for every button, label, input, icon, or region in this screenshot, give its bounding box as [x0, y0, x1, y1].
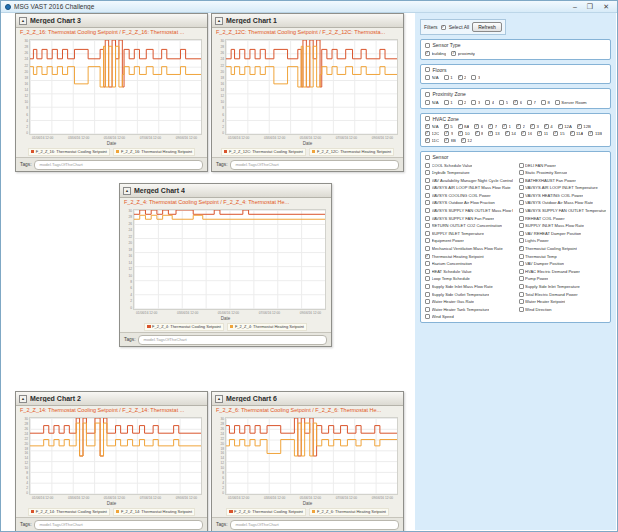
option-checkbox[interactable]	[558, 124, 563, 129]
option-checkbox[interactable]	[519, 200, 524, 205]
filter-option[interactable]: 5	[444, 124, 453, 129]
option-checkbox[interactable]	[444, 131, 449, 136]
filter-option[interactable]: Drybulb Temperature	[425, 170, 513, 175]
collapse-button[interactable]: ▲	[123, 187, 131, 195]
filter-option[interactable]: 5	[499, 100, 508, 105]
option-checkbox[interactable]	[570, 131, 575, 136]
option-checkbox[interactable]	[537, 131, 542, 136]
option-checkbox[interactable]	[519, 254, 524, 259]
filter-option[interactable]: 7	[527, 100, 536, 105]
filter-option[interactable]: 13	[488, 131, 499, 136]
option-checkbox[interactable]	[471, 75, 476, 80]
collapse-button[interactable]: ▲	[19, 395, 27, 403]
option-checkbox[interactable]	[425, 284, 430, 289]
option-checkbox[interactable]	[425, 185, 430, 190]
option-checkbox[interactable]	[425, 238, 430, 243]
filter-option[interactable]: 12C	[425, 131, 439, 136]
option-checkbox[interactable]	[519, 299, 524, 304]
filter-option[interactable]: 12A	[558, 124, 572, 129]
filter-option[interactable]: Wind Speed	[425, 314, 513, 319]
option-checkbox[interactable]	[544, 124, 549, 129]
filter-option[interactable]: 9	[444, 131, 453, 136]
filter-option[interactable]: 11C	[425, 138, 439, 143]
collapse-button[interactable]: ▲	[19, 17, 27, 25]
plot-area[interactable]	[29, 417, 202, 495]
option-checkbox[interactable]	[425, 193, 430, 198]
refresh-button[interactable]: Refresh	[472, 22, 502, 32]
filter-option[interactable]: DELI FAN Power	[519, 163, 607, 168]
filter-option[interactable]: 12B	[577, 124, 591, 129]
option-checkbox[interactable]	[451, 51, 456, 56]
filter-option[interactable]: 6	[474, 124, 483, 129]
filter-option[interactable]: 3	[530, 124, 539, 129]
collapse-button[interactable]: ▲	[215, 395, 223, 403]
filter-option[interactable]: 8	[475, 131, 484, 136]
option-checkbox[interactable]	[553, 131, 558, 136]
filter-option[interactable]: VAV REHEAT Damper Position	[519, 231, 607, 236]
option-checkbox[interactable]	[577, 124, 582, 129]
option-checkbox[interactable]	[425, 231, 430, 236]
filter-option[interactable]: VAVSYS SUPPLY FAN OUTLET Mass Flow Rate	[425, 208, 513, 213]
option-checkbox[interactable]	[425, 208, 430, 213]
filter-group-checkbox[interactable]	[425, 43, 430, 48]
filter-option[interactable]: 6	[513, 100, 522, 105]
filter-option[interactable]: 15	[553, 131, 564, 136]
option-checkbox[interactable]	[425, 314, 430, 319]
filter-group-checkbox[interactable]	[425, 67, 430, 72]
option-checkbox[interactable]	[471, 100, 476, 105]
option-checkbox[interactable]	[519, 276, 524, 281]
option-checkbox[interactable]	[425, 223, 430, 228]
option-checkbox[interactable]	[458, 131, 463, 136]
filter-option[interactable]: 1	[444, 75, 453, 80]
option-checkbox[interactable]	[425, 100, 430, 105]
option-checkbox[interactable]	[444, 100, 449, 105]
filter-option[interactable]: VAV Availability Manager Night Cycle Con…	[425, 178, 513, 183]
option-checkbox[interactable]	[541, 100, 546, 105]
filter-option[interactable]: Server Room	[555, 100, 587, 105]
option-checkbox[interactable]	[458, 124, 463, 129]
filter-option[interactable]: RETURN OUTLET CO2 Concentration	[425, 223, 513, 228]
option-checkbox[interactable]	[519, 246, 524, 251]
filter-option[interactable]: VAVSYS Outdoor Air Mass Flow Rate	[519, 200, 607, 205]
tags-input[interactable]: model.TagsOfTheChart	[34, 160, 203, 170]
option-checkbox[interactable]	[425, 307, 430, 312]
option-checkbox[interactable]	[519, 284, 524, 289]
plot-area[interactable]	[225, 417, 398, 495]
option-checkbox[interactable]	[519, 307, 524, 312]
filter-option[interactable]: N/A	[425, 75, 439, 80]
filter-option[interactable]: COOL Schedule Value	[425, 163, 513, 168]
plot-area[interactable]	[133, 209, 326, 310]
filter-option[interactable]: N/A	[425, 100, 439, 105]
option-checkbox[interactable]	[527, 100, 532, 105]
filter-option[interactable]: BATHEXHAUST Fan Power	[519, 178, 607, 183]
option-checkbox[interactable]	[458, 75, 463, 80]
filter-option[interactable]: VAVSYS AIR LOOP INLET Temperature	[519, 185, 607, 190]
filter-option[interactable]: VAVSYS SUPPLY FAN Fan Power	[425, 216, 513, 221]
option-checkbox[interactable]	[425, 51, 430, 56]
option-checkbox[interactable]	[444, 138, 449, 143]
filter-option[interactable]: VAVSYS Outdoor Air Flow Fraction	[425, 200, 513, 205]
option-checkbox[interactable]	[425, 138, 430, 143]
filter-option[interactable]: 10	[458, 131, 469, 136]
filter-option[interactable]: 2	[516, 124, 525, 129]
option-checkbox[interactable]	[519, 178, 524, 183]
option-checkbox[interactable]	[444, 124, 449, 129]
filter-option[interactable]: Total Electric Demand Power	[519, 292, 607, 297]
option-checkbox[interactable]	[425, 131, 430, 136]
option-checkbox[interactable]	[521, 131, 526, 136]
filter-option[interactable]: SUPPLY INLET Mass Flow Rate	[519, 223, 607, 228]
filter-option[interactable]: 4	[485, 100, 494, 105]
option-checkbox[interactable]	[425, 124, 430, 129]
option-checkbox[interactable]	[425, 292, 430, 297]
option-checkbox[interactable]	[502, 124, 507, 129]
filter-option[interactable]: Hazium Concentration	[425, 261, 513, 266]
option-checkbox[interactable]	[425, 246, 430, 251]
filter-option[interactable]: 1	[444, 100, 453, 105]
option-checkbox[interactable]	[488, 124, 493, 129]
filter-option[interactable]: REHEAT COIL Power	[519, 216, 607, 221]
option-checkbox[interactable]	[588, 131, 593, 136]
filter-option[interactable]: proximity	[451, 51, 475, 56]
option-checkbox[interactable]	[530, 124, 535, 129]
filter-option[interactable]: VAVSYS AIR LOOP INLET Mass Flow Rate	[425, 185, 513, 190]
tags-input[interactable]: model.TagsOfTheChart	[34, 520, 203, 530]
